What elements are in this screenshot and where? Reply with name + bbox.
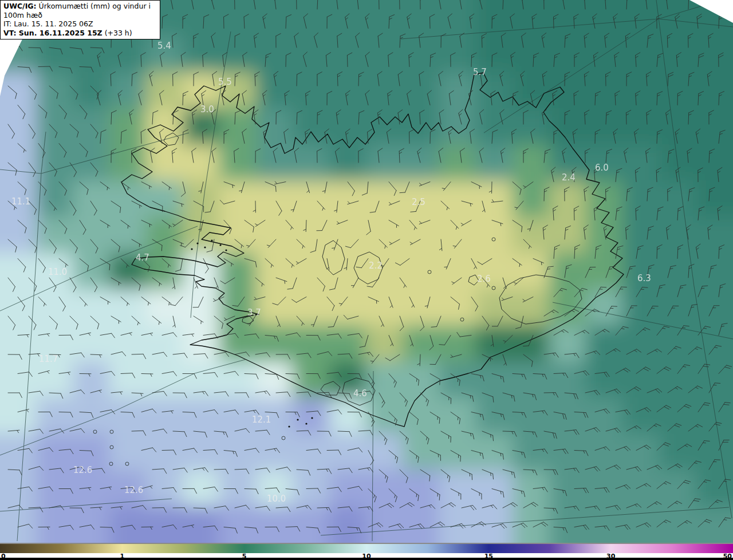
valid-time: VT: Sun. 16.11.2025 15Z xyxy=(3,29,103,37)
info-title-line: UWC/IG: Úrkomumætti (mm) og vindur i 100… xyxy=(3,2,157,19)
map-canvas: 5.45.53.05.76.02.42.511.14.72.211.02.66.… xyxy=(0,0,733,543)
map-value-label: 3.7 xyxy=(247,307,261,318)
map-value-label: 12.1 xyxy=(252,415,271,425)
map-value-label: 11.1 xyxy=(11,196,30,207)
map-value-label: 6.3 xyxy=(637,273,651,283)
map-value-label: 2.5 xyxy=(412,197,425,207)
forecast-info-box: UWC/IG: Úrkomumætti (mm) og vindur i 100… xyxy=(0,0,160,40)
weather-forecast-window: 5.45.53.05.76.02.42.511.14.72.211.02.66.… xyxy=(0,0,733,560)
lead-time: (+33 h) xyxy=(103,29,132,37)
valid-time-line: VT: Sun. 16.11.2025 15Z (+33 h) xyxy=(3,29,157,38)
map-value-label: 5.7 xyxy=(473,67,487,77)
init-time-line: IT: Lau. 15. 11. 2025 06Z xyxy=(3,19,157,29)
map-value-label: 4.6 xyxy=(353,388,367,399)
map-value-label: 12.6 xyxy=(124,485,143,495)
map-value-label: 2.2 xyxy=(369,261,383,271)
map-value-label: 5.4 xyxy=(157,41,171,51)
map-value-label: 12.6 xyxy=(73,465,92,475)
map-value-label: 2.6 xyxy=(477,274,491,284)
map-value-label: 10.0 xyxy=(267,494,286,504)
map-value-label: 11.0 xyxy=(48,267,67,277)
colorbar-gradient xyxy=(0,543,733,553)
map-value-label: 5.5 xyxy=(218,77,232,87)
map-value-label: 3.0 xyxy=(200,104,214,115)
model-id: UWC/IG: xyxy=(3,2,37,10)
map-value-label: 2.4 xyxy=(562,172,576,183)
bottom-border xyxy=(0,558,733,560)
weather-map: 5.45.53.05.76.02.42.511.14.72.211.02.66.… xyxy=(0,0,733,543)
map-value-label: 11.7 xyxy=(39,354,58,364)
map-value-label: 6.0 xyxy=(595,163,609,173)
map-value-label: 4.7 xyxy=(136,253,149,263)
